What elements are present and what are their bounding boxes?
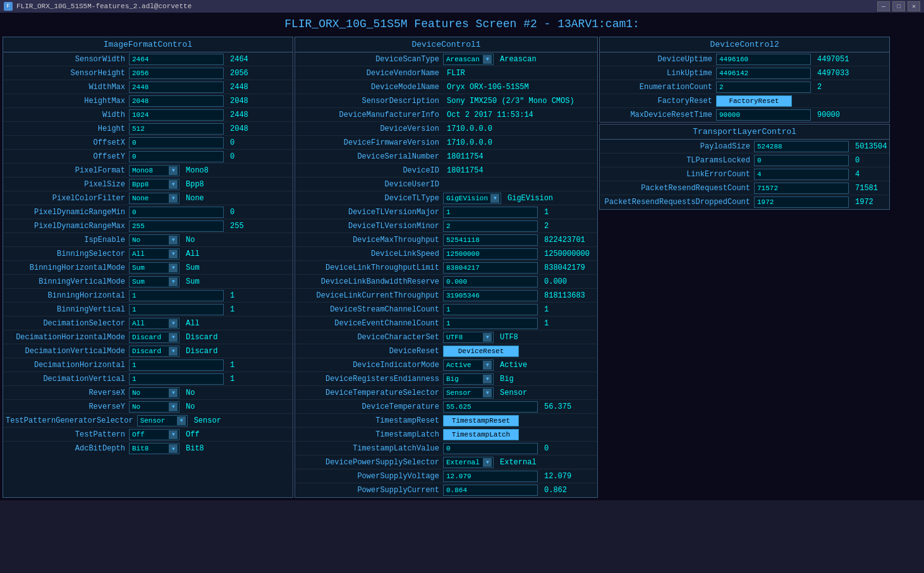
decimationverticalmode-dropdown[interactable]: Discard▼: [129, 346, 179, 357]
chevron-down-icon[interactable]: ▼: [483, 458, 492, 467]
binningselector-dropdown[interactable]: All▼: [129, 248, 179, 260]
chevron-down-icon[interactable]: ▼: [483, 55, 492, 64]
devicelinkbandwidthreserve-input[interactable]: [443, 276, 538, 287]
chevron-down-icon[interactable]: ▼: [169, 277, 178, 286]
table-row: TLParamsLocked0: [600, 154, 889, 167]
pixelformat-dropdown[interactable]: Mono8▼: [129, 165, 179, 176]
chevron-down-icon[interactable]: ▼: [169, 166, 178, 175]
devicestreamchannelcount-input[interactable]: [443, 304, 538, 315]
linkuptime-input[interactable]: [716, 68, 811, 79]
factoryreset-button[interactable]: FactoryReset: [716, 95, 792, 107]
table-row: BinningVertical1: [3, 303, 293, 317]
enumerationcount-input[interactable]: [716, 81, 811, 93]
devicelinkspeed-input[interactable]: [443, 248, 538, 260]
close-button[interactable]: ✕: [908, 1, 920, 11]
heightmax-input[interactable]: [129, 95, 224, 107]
chevron-down-icon[interactable]: ▼: [169, 444, 178, 453]
offsety-input[interactable]: [129, 151, 224, 162]
reversex-dropdown[interactable]: No▼: [129, 387, 179, 399]
row-label: FactoryReset: [602, 97, 716, 106]
chevron-down-icon[interactable]: ▼: [169, 389, 178, 397]
devicelinkthroughputlimit-input[interactable]: [443, 262, 538, 274]
ispenable-dropdown[interactable]: No▼: [129, 234, 179, 246]
chevron-down-icon[interactable]: ▼: [483, 375, 492, 383]
linkerrorcount-input[interactable]: [754, 169, 849, 180]
devicetemperatureselector-dropdown[interactable]: Sensor▼: [443, 387, 494, 399]
devicetemperature-input[interactable]: [443, 401, 538, 413]
pixelsize-dropdown[interactable]: Bpp8▼: [129, 179, 179, 190]
chevron-down-icon[interactable]: ▼: [483, 333, 492, 342]
table-row: DeviceTLVersionMajor1: [295, 205, 597, 219]
chevron-down-icon[interactable]: ▼: [169, 263, 178, 272]
binningvertical-input[interactable]: [129, 304, 224, 315]
devicescantype-dropdown[interactable]: Areascan▼: [443, 54, 494, 65]
devicepowersupplyselector-dropdown[interactable]: External▼: [443, 457, 494, 468]
minimize-button[interactable]: —: [877, 1, 890, 11]
sensorwidth-input[interactable]: [129, 54, 224, 65]
deviceindicatormode-dropdown[interactable]: Active▼: [443, 359, 494, 371]
testpattern-dropdown[interactable]: Off▼: [129, 429, 179, 440]
devicereset-button[interactable]: DeviceReset: [443, 346, 519, 357]
packetresendrequestcount-input[interactable]: [754, 183, 849, 194]
timestamplatch-button[interactable]: TimestampLatch: [443, 429, 519, 440]
testpatterngeneratorselector-dropdown[interactable]: Sensor▼: [137, 415, 188, 426]
chevron-down-icon[interactable]: ▼: [169, 194, 178, 203]
devicetlversionmajor-input[interactable]: [443, 207, 538, 218]
chevron-down-icon[interactable]: ▼: [169, 180, 178, 189]
powersupplyvoltage-input[interactable]: [443, 471, 538, 482]
maximize-button[interactable]: □: [892, 1, 905, 11]
reversey-dropdown[interactable]: No▼: [129, 401, 179, 413]
row-label: PacketResendRequestsDroppedCount: [602, 198, 754, 207]
chevron-down-icon[interactable]: ▼: [483, 389, 492, 397]
chevron-down-icon[interactable]: ▼: [169, 347, 178, 356]
timestampreset-button[interactable]: TimestampReset: [443, 415, 519, 426]
widthmax-input[interactable]: [129, 81, 224, 93]
row-value: 90000: [813, 111, 840, 119]
deviceregistersendianness-dropdown[interactable]: Big▼: [443, 373, 494, 385]
row-label: ReverseX: [6, 389, 129, 397]
row-value: Bpp8: [182, 180, 204, 189]
devicetlversionminor-input[interactable]: [443, 220, 538, 232]
devicelinkcurrentthroughput-input[interactable]: [443, 290, 538, 301]
table-row: WidthMax2448: [3, 80, 293, 94]
payloadsize-input[interactable]: [754, 141, 849, 152]
chevron-down-icon[interactable]: ▼: [169, 430, 178, 439]
powersupplycurrent-input[interactable]: [443, 485, 538, 496]
devicemaxthroughput-input[interactable]: [443, 234, 538, 246]
chevron-down-icon[interactable]: ▼: [490, 194, 499, 203]
chevron-down-icon[interactable]: ▼: [169, 333, 178, 342]
binninghorizontal-input[interactable]: [129, 290, 224, 301]
devicecharacterset-dropdown[interactable]: UTF8▼: [443, 332, 494, 343]
offsetx-input[interactable]: [129, 137, 224, 148]
tlparamslocked-input[interactable]: [754, 155, 849, 166]
packetresendrequestsdroppedcount-input[interactable]: [754, 196, 849, 208]
row-label: DeviceSerialNumber: [298, 152, 443, 161]
pixeldynamicrangemin-input[interactable]: [129, 207, 224, 218]
adcbitdepth-dropdown[interactable]: Bit8▼: [129, 443, 179, 454]
chevron-down-icon[interactable]: ▼: [169, 250, 178, 258]
maxdeviceresettime-input[interactable]: [716, 109, 811, 121]
deviceeventchannelcount-input[interactable]: [443, 318, 538, 329]
decimationselector-dropdown[interactable]: All▼: [129, 318, 179, 329]
decimationvertical-input[interactable]: [129, 373, 224, 385]
timestamplatchvalue-input[interactable]: [443, 443, 538, 454]
chevron-down-icon[interactable]: ▼: [169, 319, 178, 328]
chevron-down-icon[interactable]: ▼: [169, 402, 178, 411]
decimationhorizontalmode-dropdown[interactable]: Discard▼: [129, 332, 179, 343]
pixelcolorfilter-dropdown[interactable]: None▼: [129, 193, 179, 204]
binningverticalmode-dropdown[interactable]: Sum▼: [129, 276, 179, 287]
decimationhorizontal-input[interactable]: [129, 359, 224, 371]
row-value: 71581: [851, 184, 878, 193]
pixeldynamicrangemax-input[interactable]: [129, 220, 224, 232]
sensorheight-input[interactable]: [129, 68, 224, 79]
chevron-down-icon[interactable]: ▼: [169, 236, 178, 244]
width-input[interactable]: [129, 109, 224, 121]
chevron-down-icon[interactable]: ▼: [483, 361, 492, 370]
row-value: External: [496, 458, 537, 467]
binninghorizontalmode-dropdown[interactable]: Sum▼: [129, 262, 179, 274]
height-input[interactable]: [129, 123, 224, 135]
deviceuptime-input[interactable]: [716, 54, 811, 65]
chevron-down-icon[interactable]: ▼: [177, 416, 186, 425]
devicetltype-dropdown[interactable]: GigEVision▼: [443, 193, 501, 204]
table-row: AdcBitDepthBit8▼Bit8: [3, 442, 293, 455]
